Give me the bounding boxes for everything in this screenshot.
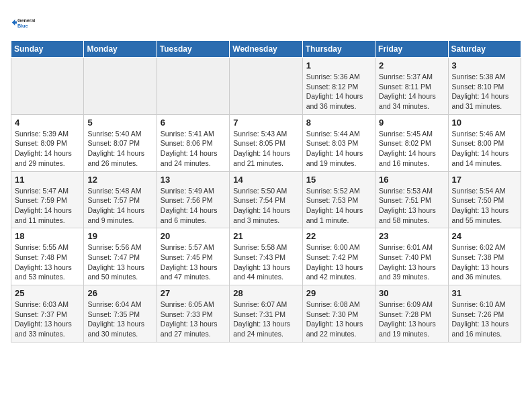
calendar-cell: 30Sunrise: 6:09 AMSunset: 7:28 PMDayligh… xyxy=(375,285,448,342)
calendar-cell: 3Sunrise: 5:38 AMSunset: 8:10 PMDaylight… xyxy=(448,58,521,115)
day-number: 11 xyxy=(15,175,80,185)
day-number: 28 xyxy=(233,288,298,298)
calendar-cell: 16Sunrise: 5:53 AMSunset: 7:51 PMDayligh… xyxy=(375,171,448,228)
calendar-cell: 12Sunrise: 5:48 AMSunset: 7:57 PMDayligh… xyxy=(84,171,157,228)
calendar-week-1: 1Sunrise: 5:36 AMSunset: 8:12 PMDaylight… xyxy=(11,58,521,115)
svg-text:General: General xyxy=(17,17,35,24)
day-number: 15 xyxy=(306,175,371,185)
day-info: Sunrise: 5:52 AMSunset: 7:53 PMDaylight:… xyxy=(306,186,371,226)
calendar-cell: 31Sunrise: 6:10 AMSunset: 7:26 PMDayligh… xyxy=(448,285,521,342)
day-number: 23 xyxy=(379,231,444,241)
day-number: 20 xyxy=(161,231,226,241)
calendar-cell: 1Sunrise: 5:36 AMSunset: 8:12 PMDaylight… xyxy=(302,58,375,115)
day-info: Sunrise: 5:57 AMSunset: 7:45 PMDaylight:… xyxy=(161,242,226,282)
day-info: Sunrise: 6:08 AMSunset: 7:30 PMDaylight:… xyxy=(306,300,371,339)
day-info: Sunrise: 6:00 AMSunset: 7:42 PMDaylight:… xyxy=(306,242,371,282)
weekday-header-friday: Friday xyxy=(375,41,448,58)
day-number: 10 xyxy=(452,118,517,128)
day-number: 24 xyxy=(452,231,517,241)
calendar-cell: 9Sunrise: 5:45 AMSunset: 8:02 PMDaylight… xyxy=(375,114,448,171)
calendar-cell: 10Sunrise: 5:46 AMSunset: 8:00 PMDayligh… xyxy=(448,114,521,171)
day-info: Sunrise: 6:09 AMSunset: 7:28 PMDaylight:… xyxy=(379,300,444,339)
day-info: Sunrise: 5:49 AMSunset: 7:56 PMDaylight:… xyxy=(161,186,226,226)
day-info: Sunrise: 5:43 AMSunset: 8:05 PMDaylight:… xyxy=(233,129,298,169)
day-info: Sunrise: 6:03 AMSunset: 7:37 PMDaylight:… xyxy=(15,300,80,339)
calendar-cell: 28Sunrise: 6:07 AMSunset: 7:31 PMDayligh… xyxy=(230,285,302,342)
day-info: Sunrise: 5:36 AMSunset: 8:12 PMDaylight:… xyxy=(306,72,371,111)
calendar-cell: 26Sunrise: 6:04 AMSunset: 7:35 PMDayligh… xyxy=(84,285,157,342)
day-number: 7 xyxy=(233,118,298,128)
page-header: GeneralBlue xyxy=(11,11,521,35)
day-info: Sunrise: 6:01 AMSunset: 7:40 PMDaylight:… xyxy=(379,242,444,282)
day-number: 25 xyxy=(15,288,80,298)
day-number: 26 xyxy=(87,288,152,298)
day-info: Sunrise: 5:50 AMSunset: 7:54 PMDaylight:… xyxy=(233,186,298,226)
svg-text:Blue: Blue xyxy=(17,23,28,29)
day-number: 30 xyxy=(379,288,444,298)
calendar-cell: 24Sunrise: 6:02 AMSunset: 7:38 PMDayligh… xyxy=(448,228,521,285)
calendar-cell: 4Sunrise: 5:39 AMSunset: 8:09 PMDaylight… xyxy=(11,114,84,171)
day-info: Sunrise: 5:45 AMSunset: 8:02 PMDaylight:… xyxy=(379,129,444,169)
day-number: 3 xyxy=(452,60,517,71)
day-info: Sunrise: 6:02 AMSunset: 7:38 PMDaylight:… xyxy=(452,242,517,282)
weekday-row: SundayMondayTuesdayWednesdayThursdayFrid… xyxy=(11,41,521,58)
calendar-header: SundayMondayTuesdayWednesdayThursdayFrid… xyxy=(11,41,521,58)
weekday-header-saturday: Saturday xyxy=(448,41,521,58)
calendar-cell xyxy=(230,58,302,115)
day-info: Sunrise: 5:37 AMSunset: 8:11 PMDaylight:… xyxy=(379,72,444,111)
calendar-week-4: 18Sunrise: 5:55 AMSunset: 7:48 PMDayligh… xyxy=(11,228,521,285)
calendar-cell: 11Sunrise: 5:47 AMSunset: 7:59 PMDayligh… xyxy=(11,171,84,228)
day-number: 29 xyxy=(306,288,371,298)
calendar-cell: 13Sunrise: 5:49 AMSunset: 7:56 PMDayligh… xyxy=(157,171,229,228)
day-number: 16 xyxy=(379,175,444,185)
day-number: 5 xyxy=(87,118,152,128)
day-info: Sunrise: 6:05 AMSunset: 7:33 PMDaylight:… xyxy=(161,300,226,339)
day-info: Sunrise: 5:53 AMSunset: 7:51 PMDaylight:… xyxy=(379,186,444,226)
day-number: 14 xyxy=(233,175,298,185)
day-number: 19 xyxy=(87,231,152,241)
calendar-cell: 18Sunrise: 5:55 AMSunset: 7:48 PMDayligh… xyxy=(11,228,84,285)
day-info: Sunrise: 5:58 AMSunset: 7:43 PMDaylight:… xyxy=(233,242,298,282)
calendar-week-5: 25Sunrise: 6:03 AMSunset: 7:37 PMDayligh… xyxy=(11,285,521,342)
day-number: 31 xyxy=(452,288,517,298)
day-number: 27 xyxy=(161,288,226,298)
calendar-cell: 20Sunrise: 5:57 AMSunset: 7:45 PMDayligh… xyxy=(157,228,229,285)
calendar-cell xyxy=(11,58,84,115)
calendar-cell: 19Sunrise: 5:56 AMSunset: 7:47 PMDayligh… xyxy=(84,228,157,285)
calendar-table: SundayMondayTuesdayWednesdayThursdayFrid… xyxy=(11,40,521,342)
day-number: 8 xyxy=(306,118,371,128)
calendar-body: 1Sunrise: 5:36 AMSunset: 8:12 PMDaylight… xyxy=(11,58,521,342)
calendar-cell: 6Sunrise: 5:41 AMSunset: 8:06 PMDaylight… xyxy=(157,114,229,171)
weekday-header-tuesday: Tuesday xyxy=(157,41,229,58)
logo-icon: GeneralBlue xyxy=(11,11,35,35)
day-number: 1 xyxy=(306,60,371,71)
day-info: Sunrise: 5:39 AMSunset: 8:09 PMDaylight:… xyxy=(15,129,80,169)
day-info: Sunrise: 6:04 AMSunset: 7:35 PMDaylight:… xyxy=(87,300,152,339)
day-number: 17 xyxy=(452,175,517,185)
calendar-cell: 27Sunrise: 6:05 AMSunset: 7:33 PMDayligh… xyxy=(157,285,229,342)
calendar-cell: 23Sunrise: 6:01 AMSunset: 7:40 PMDayligh… xyxy=(375,228,448,285)
day-number: 2 xyxy=(379,60,444,71)
day-info: Sunrise: 5:47 AMSunset: 7:59 PMDaylight:… xyxy=(15,186,80,226)
calendar-cell: 21Sunrise: 5:58 AMSunset: 7:43 PMDayligh… xyxy=(230,228,302,285)
day-number: 13 xyxy=(161,175,226,185)
calendar-cell: 14Sunrise: 5:50 AMSunset: 7:54 PMDayligh… xyxy=(230,171,302,228)
weekday-header-monday: Monday xyxy=(84,41,157,58)
logo: GeneralBlue xyxy=(11,11,38,35)
calendar-cell: 17Sunrise: 5:54 AMSunset: 7:50 PMDayligh… xyxy=(448,171,521,228)
weekday-header-wednesday: Wednesday xyxy=(230,41,302,58)
day-number: 6 xyxy=(161,118,226,128)
day-info: Sunrise: 5:54 AMSunset: 7:50 PMDaylight:… xyxy=(452,186,517,226)
day-info: Sunrise: 5:40 AMSunset: 8:07 PMDaylight:… xyxy=(87,129,152,169)
day-info: Sunrise: 5:44 AMSunset: 8:03 PMDaylight:… xyxy=(306,129,371,169)
svg-marker-0 xyxy=(12,19,17,26)
calendar-cell xyxy=(84,58,157,115)
calendar-week-2: 4Sunrise: 5:39 AMSunset: 8:09 PMDaylight… xyxy=(11,114,521,171)
day-info: Sunrise: 5:55 AMSunset: 7:48 PMDaylight:… xyxy=(15,242,80,282)
day-number: 18 xyxy=(15,231,80,241)
day-info: Sunrise: 5:56 AMSunset: 7:47 PMDaylight:… xyxy=(87,242,152,282)
day-number: 12 xyxy=(87,175,152,185)
day-info: Sunrise: 5:38 AMSunset: 8:10 PMDaylight:… xyxy=(452,72,517,111)
weekday-header-thursday: Thursday xyxy=(302,41,375,58)
calendar-cell: 7Sunrise: 5:43 AMSunset: 8:05 PMDaylight… xyxy=(230,114,302,171)
